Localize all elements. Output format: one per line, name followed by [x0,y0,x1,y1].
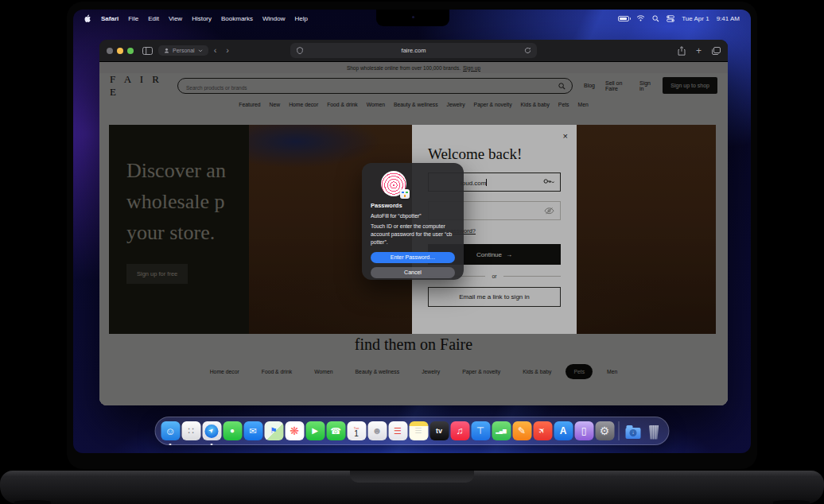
cancel-button[interactable]: Cancel [371,267,455,278]
menu-bookmarks[interactable]: Bookmarks [221,15,253,22]
laptop-foot-left [14,500,51,504]
dock-rocket-app-icon[interactable]: ✈ [533,421,553,440]
dock-phone-icon[interactable]: ☎ [326,421,346,440]
dock-numbers-icon[interactable]: ▂▄▆ [492,421,511,440]
dock-keynote-icon[interactable]: ⊤ [471,421,491,440]
menu-safari[interactable]: Safari [101,15,119,22]
iphone-mirroring-tile: ▯ [574,421,593,440]
menu-bar-date[interactable]: Tue Apr 1 [682,15,709,22]
dock-pages-icon[interactable]: ✎ [512,421,532,440]
close-window-button[interactable] [107,48,113,54]
profile-label: Personal [173,48,195,53]
menu-window[interactable]: Window [262,15,285,22]
messages-tile: ● [223,421,242,440]
back-button[interactable]: ‹ [214,46,217,55]
dock-reminders-icon[interactable]: ☰ [388,421,408,440]
phone-glyph: ☎ [330,427,341,436]
phone-tile: ☎ [326,421,345,440]
menu-history[interactable]: History [192,15,212,22]
facetime-tile: ▶ [305,421,325,440]
dock-photos-icon[interactable]: ❋ [285,421,305,440]
laptop-foot-right [773,500,810,504]
zoom-window-button[interactable] [127,48,134,54]
dock-notes-icon[interactable]: ☰ [409,421,429,440]
dock-apple-tv-icon[interactable]: tv [429,421,449,440]
safari-window: Personal ‹ › faire.com + [99,40,728,405]
dock-safari-icon[interactable]: ➤ [202,421,222,440]
dock-calendar-icon[interactable]: Tue1 [347,421,367,440]
page-settings-icon[interactable] [297,47,303,54]
safari-tile: ➤ [202,421,221,440]
dock-iphone-mirroring-icon[interactable]: ▯ [574,421,594,440]
url-text: faire.com [402,47,426,54]
address-bar[interactable]: faire.com [290,43,537,58]
touch-id-icon [381,171,406,196]
numbers-tile: ▂▄▆ [492,421,511,440]
forward-button[interactable]: › [226,46,229,55]
downloads-folder-tile [624,421,643,440]
battery-icon[interactable] [618,16,629,21]
control-center-icon[interactable] [667,15,674,22]
music-glyph: ♫ [457,426,464,436]
calendar-tile: Tue1 [347,421,366,440]
dock-system-settings-icon[interactable]: ⚙ [595,421,615,440]
safari-glyph: ➤ [208,427,216,435]
tab-overview-icon[interactable] [712,47,721,55]
running-indicator-dot [211,444,213,446]
wifi-icon[interactable] [636,15,645,21]
share-icon[interactable] [678,46,686,56]
dock-separator [619,421,620,440]
dock-finder-icon[interactable]: ☺ [161,421,181,440]
apple-menu-icon[interactable] [84,14,91,23]
dock: ☺∷➤●✉⚑❋▶☎Tue1☻☰☰tv♫⊤▂▄▆✎✈A▯⚙ [155,417,670,445]
dock-facetime-icon[interactable]: ▶ [305,421,325,440]
pages-tile: ✎ [512,421,531,440]
menu-file[interactable]: File [128,15,138,22]
finder-tile: ☺ [161,421,180,440]
dialog-app-name: Passwords [371,202,455,209]
trash-tile [644,421,663,440]
display-notch [376,10,449,26]
macbook-base [0,471,824,504]
app-store-glyph: A [560,426,567,436]
dock-mail-icon[interactable]: ✉ [243,421,263,440]
apple-tv-tile: tv [429,421,449,440]
mail-tile: ✉ [243,421,262,440]
menu-bar-left: SafariFileEditViewHistoryBookmarksWindow… [84,14,308,23]
app-store-tile: A [554,421,573,440]
macbook-stage: SafariFileEditViewHistoryBookmarksWindow… [0,0,824,504]
minimize-window-button[interactable] [117,48,123,54]
reminders-tile: ☰ [388,421,407,440]
menu-help[interactable]: Help [294,15,307,22]
apple-tv-glyph: tv [436,428,442,435]
menu-bar-status: Tue Apr 1 9:41 AM [618,15,740,22]
menu-bar-time[interactable]: 9:41 AM [717,15,740,22]
system-settings-tile: ⚙ [595,421,614,440]
history-nav: ‹ › [214,46,229,55]
dock-app-store-icon[interactable]: A [554,421,573,440]
dock-music-icon[interactable]: ♫ [450,421,470,440]
lid-opening-notch [350,471,474,483]
sidebar-toggle-icon[interactable] [142,47,153,55]
rocket-app-tile: ✈ [533,421,552,440]
dock-trash-icon[interactable] [644,421,664,440]
reload-icon[interactable] [524,47,531,54]
menu-view[interactable]: View [169,15,182,22]
profile-switcher[interactable]: Personal [158,45,208,56]
dock-messages-icon[interactable]: ● [223,421,243,440]
search-spotlight-icon[interactable] [652,15,659,22]
new-tab-button[interactable]: + [696,46,702,56]
maps-glyph: ⚑ [270,427,278,435]
dock-contacts-icon[interactable]: ☻ [367,421,387,440]
downloads-folder-shape [626,428,641,439]
notes-glyph: ☰ [415,427,422,435]
safari-toolbar: Personal ‹ › faire.com + [99,40,728,62]
rocket-app-glyph: ✈ [537,425,547,436]
finder-glyph: ☺ [165,426,175,436]
enter-password-button[interactable]: Enter Password… [371,252,455,263]
menu-edit[interactable]: Edit [148,15,159,22]
launchpad-tile: ∷ [181,421,200,440]
dock-maps-icon[interactable]: ⚑ [264,421,284,440]
dock-launchpad-icon[interactable]: ∷ [181,421,201,440]
dock-downloads-folder-icon[interactable] [624,421,643,440]
